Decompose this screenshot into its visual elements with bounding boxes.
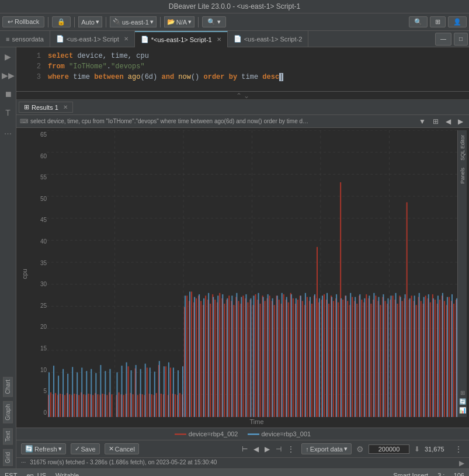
svg-rect-271 <box>409 298 411 417</box>
right-icon-2[interactable]: 🔄 <box>459 398 466 405</box>
row-count-more-btn[interactable]: ⋮ <box>453 444 464 454</box>
nav-first-btn[interactable]: ⊢ <box>239 444 250 454</box>
right-icon-1[interactable]: ⊞ <box>460 390 465 396</box>
panels-tab[interactable]: Panels <box>458 166 467 185</box>
sort-icon-btn[interactable]: ⊞ <box>430 116 441 127</box>
toolbar-grid-btn[interactable]: ⊞ <box>430 16 446 27</box>
toolbar-sep-4 <box>160 17 161 27</box>
svg-rect-129 <box>307 297 308 417</box>
run-script-icon[interactable]: ▶▶ <box>0 68 17 82</box>
editor-content[interactable]: select device, time, cpu from "IoTHome".… <box>46 50 469 89</box>
svg-rect-277 <box>437 296 439 417</box>
export-data-button[interactable]: ↑ Export data ▾ <box>301 443 352 454</box>
tab-sensordata[interactable]: ≡ sensordata <box>0 31 50 47</box>
refresh-button[interactable]: 🔄 Refresh ▾ <box>21 443 66 454</box>
run-icon[interactable]: ▶ <box>2 50 13 64</box>
svg-rect-205 <box>105 371 106 417</box>
tab-restore-btn[interactable]: □ <box>454 33 468 46</box>
toolbar-search-btn[interactable]: 🔍 ▾ <box>202 16 226 27</box>
svg-rect-108 <box>260 304 261 417</box>
toolbar-global-search-btn[interactable]: 🔍 <box>409 16 428 27</box>
more-icon[interactable]: … <box>2 124 15 138</box>
cancel-button[interactable]: ✕ Cancel <box>105 443 139 454</box>
svg-rect-30 <box>74 394 75 417</box>
app-title: DBeaver Lite 23.0.0 - <us-east-1> Script… <box>169 2 300 11</box>
results-tab-1-close[interactable]: ✕ <box>63 104 68 110</box>
tab-script2[interactable]: 📄 <us-east-1> Script-2 <box>228 31 309 47</box>
timezone-status: EST <box>5 472 17 477</box>
format-icon[interactable]: T <box>3 106 13 120</box>
svg-rect-195 <box>58 376 59 417</box>
svg-rect-169 <box>402 301 403 417</box>
y-tick-30: 30 <box>30 281 47 287</box>
save-button[interactable]: ✓ Save <box>71 443 100 454</box>
stop-icon[interactable]: ⏹ <box>2 87 15 101</box>
tab-script1-active-close[interactable]: ✕ <box>217 36 221 43</box>
svg-rect-276 <box>433 298 434 417</box>
svg-rect-270 <box>405 294 406 417</box>
svg-rect-77 <box>186 296 187 417</box>
svg-rect-239 <box>263 297 264 417</box>
results-tab-grid-icon: ⊞ <box>24 103 29 111</box>
settings-icon[interactable]: ⚙ <box>356 444 364 454</box>
svg-rect-112 <box>269 296 270 417</box>
toolbar-schema-dropdown[interactable]: 📂 N/A ▾ <box>164 16 194 27</box>
insert-mode-status: Smart Insert <box>393 472 428 477</box>
svg-rect-165 <box>392 296 394 417</box>
svg-rect-259 <box>355 297 356 417</box>
svg-rect-213 <box>145 364 146 417</box>
chart-svg: 05/17 12:00 05/18 12:00 05/19 12:00 05/2… <box>47 130 457 417</box>
toolbar-connection-dropdown[interactable]: 🔌 us-east-1 ▾ <box>110 16 157 27</box>
svg-rect-233 <box>236 293 237 417</box>
max-rows-input[interactable] <box>369 444 409 454</box>
tab-sensordata-icon: ≡ <box>6 36 9 43</box>
y-tick-50: 50 <box>30 196 47 202</box>
svg-rect-46 <box>111 394 112 417</box>
toolbar-lock-btn[interactable]: 🔒 <box>52 16 71 27</box>
nav-next-btn[interactable]: ▶ <box>456 116 465 127</box>
toolbar-sep-1 <box>48 17 48 27</box>
svg-rect-245 <box>291 294 292 417</box>
refresh-dropdown-icon[interactable]: ▾ <box>58 445 62 453</box>
toolbar-autocommit-dropdown[interactable]: Auto ▾ <box>78 16 102 27</box>
nav-next2-btn[interactable]: ▶ <box>262 444 272 454</box>
export-icon: ↑ <box>305 446 309 453</box>
tab-minimize-btn[interactable]: — <box>435 33 451 46</box>
svg-rect-28 <box>69 394 70 417</box>
info-bar-more-btn[interactable]: ▶ <box>459 459 464 467</box>
collapse-bar[interactable]: ⌃ ⌄ <box>16 92 469 100</box>
nav-more-btn[interactable]: ⋮ <box>285 444 297 454</box>
chart-side-tab[interactable]: Chart <box>3 377 13 397</box>
tab-script2-label: <us-east-1> Script-2 <box>244 36 303 43</box>
grid-side-tab[interactable]: Grid <box>3 449 13 466</box>
sql-editor-panel-tab[interactable]: SQL Editor <box>458 134 467 162</box>
toolbar-avatar-btn[interactable]: 👤 <box>448 16 467 27</box>
svg-rect-118 <box>283 294 284 417</box>
nav-last-btn[interactable]: ⊣ <box>273 444 284 454</box>
left-panel: ▶ ▶▶ ⏹ T … Chart Graph Text Grid <box>0 47 16 468</box>
toolbar-rollback-btn[interactable]: ↩ Rollback <box>2 16 44 27</box>
svg-rect-197 <box>67 374 68 417</box>
collapse-arrows-icon[interactable]: ⌃ ⌄ <box>236 92 249 100</box>
svg-rect-81 <box>196 298 197 417</box>
svg-rect-191 <box>453 304 454 417</box>
svg-rect-177 <box>421 301 422 417</box>
export-dropdown-icon[interactable]: ▾ <box>344 445 348 453</box>
tab-script1-active[interactable]: 📄 *<us-east-1> Script-1 ✕ <box>135 31 228 47</box>
filter-icon-btn[interactable]: ▼ <box>416 116 428 127</box>
nav-prev-btn[interactable]: ◀ <box>443 116 453 127</box>
svg-rect-238 <box>258 293 259 417</box>
graph-side-tab[interactable]: Graph <box>3 401 13 423</box>
tab-script1-label: <us-east-1> Script <box>67 36 119 43</box>
tab-script1[interactable]: 📄 <us-east-1> Script ✕ <box>50 31 135 47</box>
nav-prev2-btn[interactable]: ◀ <box>251 444 261 454</box>
svg-rect-60 <box>147 368 148 417</box>
text-side-tab[interactable]: Text <box>3 428 13 444</box>
results-tab-1[interactable]: ⊞ Results 1 ✕ <box>19 102 73 113</box>
refresh-icon: 🔄 <box>25 445 33 453</box>
svg-rect-24 <box>60 394 61 417</box>
svg-rect-260 <box>359 294 360 417</box>
right-icon-3[interactable]: 📊 <box>459 407 466 414</box>
tab-script1-close[interactable]: ✕ <box>124 36 128 42</box>
svg-rect-44 <box>106 395 107 417</box>
